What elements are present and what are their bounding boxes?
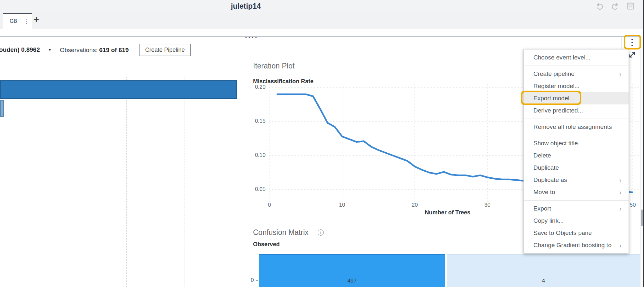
importance-bar[interactable]: [0, 100, 4, 117]
menu-item-label: Export model...: [533, 95, 575, 102]
gridline: [68, 77, 68, 287]
menu-item-register-model[interactable]: Register model...: [524, 80, 629, 92]
create-pipeline-button[interactable]: Create Pipeline: [139, 44, 191, 56]
y-tick-label: 0.15: [245, 118, 266, 124]
menu-item-label: Copy link...: [533, 217, 564, 224]
gridline: [243, 77, 243, 287]
confusion-matrix-axis-title: Observed: [253, 241, 280, 248]
tab-content-gap: [0, 29, 644, 36]
menu-item-label: Derive predicted...: [533, 107, 583, 114]
model-metric-value: Youden) 0.8962: [0, 46, 40, 53]
menu-item-label: Show object title: [533, 140, 578, 147]
menu-item-export[interactable]: Export›: [524, 202, 629, 215]
observations-value: 619 of 619: [99, 47, 129, 53]
undo-icon[interactable]: [595, 2, 604, 11]
confusion-matrix-title: Confusion Matrix: [253, 228, 309, 237]
y-tick-label: 0.10: [245, 152, 266, 158]
menu-item-label: Change Gradient boosting to: [533, 242, 612, 248]
x-tick-label: 20: [412, 202, 418, 208]
iteration-plot-title: Iteration Plot: [253, 62, 295, 70]
menu-item-delete[interactable]: Delete: [524, 149, 629, 162]
confusion-matrix-segment[interactable]: 497: [259, 254, 445, 287]
tab-gb-label: GB: [10, 18, 17, 24]
menu-item-derive-predicted[interactable]: Derive predicted...: [524, 104, 629, 117]
menu-separator: [524, 66, 629, 66]
add-tab-button[interactable]: +: [33, 14, 39, 25]
info-icon[interactable]: i: [318, 229, 324, 236]
menu-item-label: Save to Objects pane: [533, 229, 592, 236]
segment-value-label: 497: [348, 278, 357, 284]
y-tick-label: 0.05: [245, 186, 266, 193]
menu-item-label: Duplicate as: [533, 176, 567, 183]
x-tick-label: 30: [485, 202, 491, 208]
confusion-matrix-row-tick: [256, 280, 258, 281]
report-title: juletip14: [231, 2, 261, 11]
menu-item-label: Move to: [533, 189, 555, 195]
vertical-scrollbar[interactable]: [640, 36, 643, 287]
importance-bar[interactable]: [0, 80, 237, 99]
gridline: [185, 77, 185, 287]
tab-gb[interactable]: GB: [3, 13, 32, 29]
menu-item-export-model[interactable]: Export model...: [524, 92, 629, 104]
y-tick-label: 0.20: [245, 84, 266, 90]
observations-label: Observations:: [60, 47, 97, 53]
app-top-bar: juletip14: [0, 0, 644, 13]
menu-item-change-gradient-boosting-to[interactable]: Change Gradient boosting to›: [524, 239, 629, 251]
topbar-icon-group: [595, 2, 635, 11]
menu-item-duplicate[interactable]: Duplicate: [524, 162, 629, 174]
gridline: [126, 77, 127, 287]
menu-item-label: Duplicate: [533, 164, 559, 171]
menu-item-move-to[interactable]: Move to›: [524, 186, 629, 198]
segment-value-label: 4: [542, 278, 545, 284]
menu-item-duplicate-as[interactable]: Duplicate as›: [524, 174, 629, 186]
menu-item-copy-link[interactable]: Copy link...: [524, 215, 629, 227]
menu-item-remove-all-role-assignments[interactable]: Remove all role assignments: [524, 121, 629, 133]
confusion-matrix-segment[interactable]: 4: [447, 254, 640, 287]
submenu-chevron-icon: ›: [619, 239, 621, 251]
menu-item-label: Remove all role assignments: [533, 123, 612, 130]
menu-separator: [524, 119, 629, 119]
canvas-top-divider: [0, 36, 644, 37]
menu-item-label: Export: [533, 205, 551, 212]
redo-icon[interactable]: [611, 2, 620, 11]
gridline: [10, 77, 10, 287]
tab-strip: GB +: [0, 13, 644, 29]
x-tick-label: 10: [339, 202, 345, 208]
submenu-chevron-icon: ›: [619, 174, 621, 186]
save-icon[interactable]: [626, 2, 635, 11]
confusion-matrix-row-label: 0: [251, 277, 254, 283]
scrollbar-thumb[interactable]: [641, 210, 643, 226]
menu-separator: [524, 135, 629, 135]
menu-item-label: Register model...: [533, 83, 580, 89]
variable-importance-partial-chart: [0, 77, 248, 287]
metric-dropdown-caret-icon[interactable]: ▾: [49, 48, 51, 52]
submenu-chevron-icon: ›: [619, 186, 621, 198]
menu-item-label: Choose event level...: [533, 54, 590, 61]
menu-item-save-to-objects-pane[interactable]: Save to Objects pane: [524, 227, 629, 239]
menu-item-choose-event-level[interactable]: Choose event level...: [524, 51, 629, 64]
menu-item-create-pipeline[interactable]: Create pipeline›: [524, 68, 629, 80]
observations-text: Observations: 619 of 619: [60, 47, 129, 54]
x-tick-label: 50: [630, 202, 636, 208]
iteration-plot-x-axis-label: Number of Trees: [425, 209, 470, 216]
menu-item-label: Create pipeline: [533, 70, 575, 77]
submenu-chevron-icon: ›: [619, 68, 621, 80]
menu-item-label: Delete: [533, 152, 551, 159]
x-tick-label: 0: [268, 202, 271, 208]
tab-menu-kebab-icon[interactable]: [24, 18, 29, 25]
menu-item-show-object-title[interactable]: Show object title: [524, 137, 629, 149]
context-menu: Choose event level...Create pipeline›Reg…: [523, 49, 629, 254]
submenu-chevron-icon: ›: [619, 202, 621, 215]
object-menu-kebab-icon[interactable]: [629, 37, 636, 48]
menu-separator: [524, 200, 629, 201]
